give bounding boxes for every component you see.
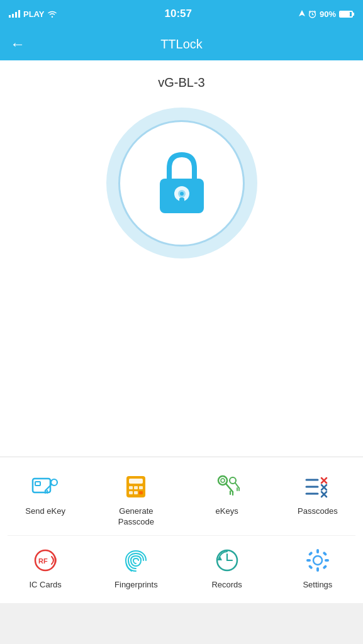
carrier-label: PLAY [23, 9, 44, 19]
svg-rect-49 [316, 549, 319, 553]
svg-line-30 [235, 483, 239, 488]
svg-point-48 [313, 556, 322, 565]
svg-rect-7 [179, 197, 184, 206]
svg-rect-19 [134, 486, 138, 489]
svg-rect-52 [325, 559, 329, 562]
bottom-menu: Send eKey GeneratePasscod [0, 457, 363, 603]
fingerprints-icon [121, 546, 150, 575]
wifi-icon [47, 10, 57, 18]
header-title: TTLock [160, 37, 203, 52]
ic-cards-label: IC Cards [29, 580, 61, 591]
location-icon [299, 10, 305, 18]
send-ekey-button[interactable]: Send eKey [0, 462, 91, 535]
svg-point-12 [51, 479, 57, 486]
passcodes-icon [303, 472, 332, 501]
svg-rect-53 [308, 551, 313, 556]
svg-rect-21 [129, 491, 133, 494]
signal-icon [9, 10, 20, 18]
svg-rect-22 [134, 491, 138, 494]
svg-point-25 [221, 479, 225, 482]
records-label: Records [211, 580, 242, 591]
passcodes-label: Passcodes [298, 506, 338, 517]
status-time: 10:57 [164, 8, 191, 20]
svg-rect-11 [35, 482, 40, 486]
svg-rect-20 [139, 486, 143, 489]
generate-passcode-button[interactable]: GeneratePasscode [91, 462, 181, 535]
records-button[interactable]: Records [182, 536, 272, 598]
svg-rect-17 [129, 479, 143, 484]
ekeys-button[interactable]: eKeys [182, 462, 272, 535]
ic-cards-button[interactable]: RF IC Cards [0, 536, 91, 598]
lock-name: vG-BL-3 [158, 75, 204, 90]
menu-row-1: Send eKey GeneratePasscod [0, 462, 363, 535]
settings-icon [303, 546, 332, 575]
svg-rect-55 [308, 565, 313, 570]
send-ekey-label: Send eKey [25, 506, 65, 517]
svg-rect-18 [129, 486, 133, 489]
passcode-icon [121, 472, 150, 501]
svg-text:RF: RF [38, 557, 48, 565]
records-icon [213, 546, 242, 575]
fingerprints-button[interactable]: Fingerprints [91, 536, 181, 598]
svg-point-9 [180, 192, 184, 196]
ekeys-icon [213, 472, 242, 501]
fingerprints-label: Fingerprints [114, 580, 158, 591]
battery-percent: 90% [320, 9, 336, 19]
settings-button[interactable]: Settings [272, 536, 363, 598]
status-left: PLAY [9, 9, 57, 19]
svg-rect-56 [322, 565, 327, 570]
svg-rect-54 [322, 551, 327, 556]
svg-rect-23 [139, 491, 143, 494]
menu-row-2: RF IC Cards Fingerprints [0, 536, 363, 598]
svg-line-26 [226, 484, 233, 492]
passcodes-button[interactable]: Passcodes [272, 462, 363, 535]
lock-outer-ring[interactable] [106, 108, 257, 258]
status-bar: PLAY 10:57 90% [0, 0, 363, 28]
settings-label: Settings [303, 580, 332, 591]
svg-rect-51 [306, 559, 311, 562]
back-button[interactable]: ← [10, 35, 25, 53]
ic-cards-icon: RF [31, 546, 60, 575]
svg-rect-50 [316, 567, 319, 572]
ekeys-label: eKeys [216, 506, 238, 517]
status-right: 90% [299, 9, 354, 19]
generate-passcode-label: GeneratePasscode [118, 506, 154, 528]
lock-icon [150, 148, 213, 218]
battery-icon [339, 11, 354, 18]
lock-inner-ring [120, 122, 243, 245]
app-header: ← TTLock [0, 28, 363, 60]
alarm-icon [308, 10, 316, 18]
main-content: vG-BL-3 [0, 60, 363, 457]
ekey-icon [31, 472, 60, 501]
